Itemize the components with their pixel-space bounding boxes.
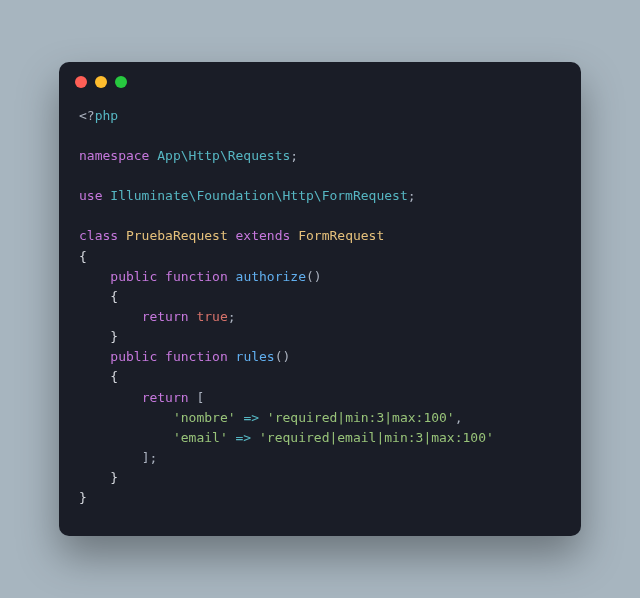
function-keyword: function [165,269,228,284]
brace-close: } [79,490,87,505]
semicolon: ; [408,188,416,203]
brace-open: { [110,289,118,304]
extends-keyword: extends [236,228,291,243]
close-icon[interactable] [75,76,87,88]
method-rules: rules [236,349,275,364]
class-keyword: class [79,228,118,243]
function-keyword: function [165,349,228,364]
semicolon: ; [290,148,298,163]
method-authorize: authorize [236,269,306,284]
brace-open: { [79,249,87,264]
class-name: PruebaRequest [126,228,228,243]
parent-class: FormRequest [298,228,384,243]
brace-open: { [110,369,118,384]
return-keyword: return [142,390,189,405]
paren-close: ) [314,269,322,284]
use-keyword: use [79,188,102,203]
semicolon: ; [149,450,157,465]
brace-close: } [110,329,118,344]
code-block: <?php namespace App\Http\Requests; use I… [59,88,581,537]
rule-key-nombre: 'nombre' [173,410,236,425]
public-keyword: public [110,349,157,364]
arrow-operator: => [243,410,259,425]
namespace-path: App\Http\Requests [157,148,290,163]
paren-open: ( [306,269,314,284]
window-titlebar [59,62,581,88]
true-literal: true [196,309,227,324]
public-keyword: public [110,269,157,284]
arrow-operator: => [236,430,252,445]
code-window: <?php namespace App\Http\Requests; use I… [59,62,581,537]
php-open-keyword: php [95,108,118,123]
return-keyword: return [142,309,189,324]
maximize-icon[interactable] [115,76,127,88]
paren-close: ) [283,349,291,364]
rule-val-email: 'required|email|min:3|max:100' [259,430,494,445]
brace-close: } [110,470,118,485]
php-open-tag: <? [79,108,95,123]
paren-open: ( [275,349,283,364]
minimize-icon[interactable] [95,76,107,88]
namespace-keyword: namespace [79,148,149,163]
use-path: Illuminate\Foundation\Http\FormRequest [110,188,407,203]
comma: , [455,410,463,425]
rule-val-nombre: 'required|min:3|max:100' [267,410,455,425]
rule-key-email: 'email' [173,430,228,445]
bracket-open: [ [196,390,204,405]
semicolon: ; [228,309,236,324]
